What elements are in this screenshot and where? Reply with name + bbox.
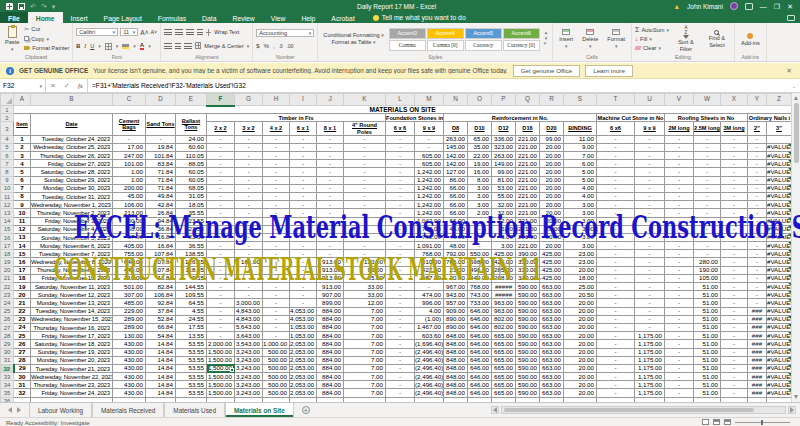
cell[interactable]: 430.00: [113, 356, 146, 364]
horizontal-scroll-track[interactable]: [501, 406, 786, 414]
cell[interactable]: 200.00: [113, 184, 146, 192]
cell[interactable]: 66.00: [444, 184, 468, 192]
name-box[interactable]: F32▾: [0, 79, 46, 92]
cell[interactable]: -: [317, 152, 344, 160]
cell[interactable]: -: [665, 356, 694, 364]
cell[interactable]: -: [665, 184, 694, 192]
cell[interactable]: -: [635, 143, 665, 151]
cell[interactable]: 323.00: [492, 143, 516, 151]
row-header-3[interactable]: 3: [1, 122, 14, 135]
header-cement-bags[interactable]: Cement Bags: [113, 114, 146, 135]
cell[interactable]: 7.00: [344, 381, 386, 389]
cell[interactable]: 14.84: [146, 340, 176, 348]
cell[interactable]: -: [263, 315, 290, 323]
cell[interactable]: -: [665, 299, 694, 307]
cell[interactable]: 83.84: [146, 160, 176, 168]
cell[interactable]: 23.00: [564, 250, 597, 258]
row-header-12[interactable]: 12: [1, 201, 14, 209]
cell[interactable]: -: [721, 266, 748, 274]
find-select-button[interactable]: Find & Select: [703, 25, 731, 53]
notice-close-icon[interactable]: ✕: [786, 67, 794, 75]
cell[interactable]: ###: [748, 356, 767, 364]
cell[interactable]: -: [317, 168, 344, 176]
cell[interactable]: 101.84: [146, 152, 176, 160]
cell-item[interactable]: 27: [14, 348, 31, 356]
subheader-4-x-2[interactable]: 4 x 2: [263, 122, 290, 135]
menu-tab-page-layout[interactable]: Page Layout: [96, 12, 150, 23]
cell[interactable]: (2,496.40): [415, 381, 444, 389]
cell[interactable]: 1,500.00: [207, 348, 235, 356]
cell[interactable]: 51.00: [694, 332, 721, 340]
cell[interactable]: 663.00: [540, 299, 564, 307]
cell[interactable]: -: [597, 168, 635, 176]
wrap-text-icon[interactable]: [206, 29, 211, 36]
cell[interactable]: 1,500.00: [207, 381, 235, 389]
copy-button[interactable]: Copy▾: [24, 36, 69, 42]
cell-item[interactable]: 17: [14, 266, 31, 274]
subheader-2m-long[interactable]: 2M long: [665, 122, 694, 135]
cell[interactable]: -: [721, 381, 748, 389]
cell[interactable]: -: [263, 176, 290, 184]
merge-center-icon[interactable]: [195, 42, 201, 49]
align-right-icon[interactable]: [184, 43, 192, 49]
column-header-M[interactable]: M: [415, 94, 444, 106]
cell[interactable]: -: [721, 373, 748, 381]
cell[interactable]: 848.00: [444, 356, 468, 364]
sort-filter-button[interactable]: AZ Sort & Filter: [672, 25, 700, 53]
header-item[interactable]: Item: [14, 114, 31, 135]
cell[interactable]: 1,467.00: [415, 323, 444, 331]
prev-sheet-icon[interactable]: [8, 407, 12, 413]
column-header-I[interactable]: I: [290, 94, 317, 106]
cell[interactable]: 646.00: [468, 373, 492, 381]
cell[interactable]: 3,243.00: [235, 373, 263, 381]
cell[interactable]: 33.00: [344, 291, 386, 299]
cell[interactable]: -: [235, 152, 263, 160]
cell[interactable]: 221.00: [516, 168, 540, 176]
header-group-reinforcement-in-no-[interactable]: Reinforcement in No.: [444, 114, 597, 122]
cell[interactable]: 8.00: [468, 176, 492, 184]
cell[interactable]: -: [721, 307, 748, 315]
cell[interactable]: 3,243.00: [235, 364, 263, 372]
cell-date[interactable]: Monday, November 13, 2023: [31, 299, 113, 307]
cell[interactable]: -: [748, 143, 767, 151]
cell[interactable]: -: [263, 184, 290, 192]
cell[interactable]: ###: [748, 323, 767, 331]
cell-item[interactable]: 5: [14, 168, 31, 176]
borders-icon[interactable]: [105, 43, 112, 50]
cell[interactable]: 1,500.00: [207, 356, 235, 364]
cell[interactable]: -: [386, 168, 415, 176]
column-header-C[interactable]: C: [113, 94, 146, 106]
cell[interactable]: -: [386, 364, 415, 372]
header-group-ordinary-nails-i[interactable]: Ordinary Nails i: [748, 114, 792, 122]
cell[interactable]: -: [665, 258, 694, 266]
cell[interactable]: -: [721, 168, 748, 176]
cell[interactable]: -: [386, 176, 415, 184]
cell-item[interactable]: 3: [14, 152, 31, 160]
cell[interactable]: 99.00: [540, 135, 564, 143]
cell[interactable]: 957.00: [444, 299, 468, 307]
cell[interactable]: -: [635, 323, 665, 331]
cell[interactable]: 20.00: [564, 323, 597, 331]
cell[interactable]: -: [665, 340, 694, 348]
align-bottom-icon[interactable]: [186, 29, 194, 35]
cell-date[interactable]: Thursday, October 26, 2023: [31, 152, 113, 160]
cell[interactable]: 663.00: [540, 364, 564, 372]
cell[interactable]: 229.00: [113, 307, 146, 315]
cell[interactable]: 996.00: [415, 299, 444, 307]
cell[interactable]: 802.00: [492, 323, 516, 331]
cell-item[interactable]: 13: [14, 233, 31, 241]
cell[interactable]: #VALUE!: [767, 340, 792, 348]
cell[interactable]: -: [386, 323, 415, 331]
cell[interactable]: 663.00: [540, 389, 564, 397]
cell[interactable]: 665.00: [492, 340, 516, 348]
cell[interactable]: -: [748, 192, 767, 200]
cell-date[interactable]: Friday, November 17, 2023: [31, 332, 113, 340]
cell[interactable]: 289.00: [113, 323, 146, 331]
cell[interactable]: 2,053.00: [290, 356, 317, 364]
redo-icon[interactable]: ↷: [41, 3, 47, 10]
cell[interactable]: 127.00: [444, 168, 468, 176]
format-cells-button[interactable]: Format▾: [604, 25, 628, 53]
cell[interactable]: -: [635, 299, 665, 307]
cell[interactable]: ###: [748, 389, 767, 397]
cell[interactable]: 307.00: [113, 291, 146, 299]
